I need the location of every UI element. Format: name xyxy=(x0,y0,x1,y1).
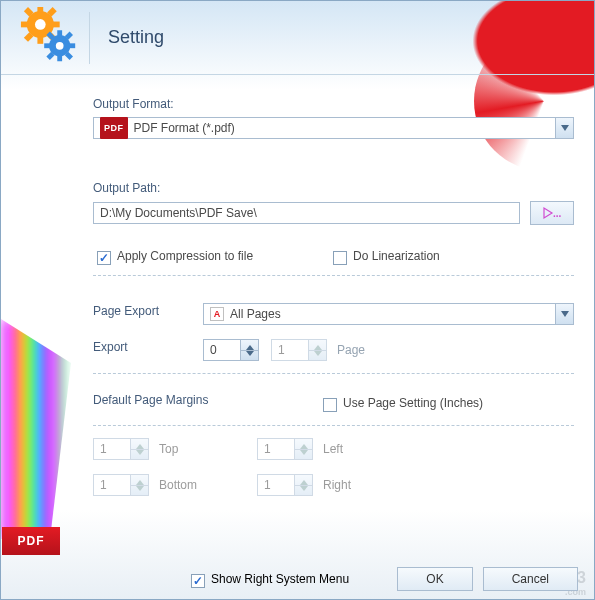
margin-top-value: 1 xyxy=(100,442,107,456)
spinner-buttons xyxy=(130,439,148,459)
margins-title: Default Page Margins xyxy=(93,393,323,407)
output-format-value: PDF Format (*.pdf) xyxy=(134,118,235,138)
show-right-menu-label: Show Right System Menu xyxy=(211,572,349,586)
margin-right-label: Right xyxy=(323,478,351,492)
output-path-input[interactable]: D:\My Documents\PDF Save\ xyxy=(93,202,520,224)
svg-rect-14 xyxy=(68,43,75,48)
margin-left-value: 1 xyxy=(264,442,271,456)
output-format-dropdown[interactable]: PDF PDF Format (*.pdf) xyxy=(93,117,574,139)
margin-right-spinner: 1 xyxy=(257,474,313,496)
margin-top-label: Top xyxy=(159,442,178,456)
page-title: Setting xyxy=(108,27,164,48)
output-format-label: Output Format: xyxy=(93,97,574,111)
output-path-label: Output Path: xyxy=(93,181,574,195)
svg-rect-1 xyxy=(37,7,43,13)
checkbox-icon xyxy=(333,251,347,265)
page-icon xyxy=(210,307,224,321)
svg-rect-3 xyxy=(21,21,29,27)
use-page-setting-label: Use Page Setting (Inches) xyxy=(343,396,483,410)
export-from-spinner[interactable]: 0 xyxy=(203,339,259,361)
gears-icon xyxy=(19,7,81,69)
apply-compression-label: Apply Compression to file xyxy=(117,249,253,263)
cancel-button[interactable]: Cancel xyxy=(483,567,578,591)
page-export-value: All Pages xyxy=(230,304,281,324)
page-export-dropdown[interactable]: All Pages xyxy=(203,303,574,325)
svg-rect-2 xyxy=(37,36,43,44)
export-from-value: 0 xyxy=(210,343,217,357)
checkbox-icon xyxy=(323,398,337,412)
svg-rect-12 xyxy=(57,54,62,61)
spinner-buttons xyxy=(294,439,312,459)
chevron-down-icon xyxy=(555,304,573,324)
margin-top-spinner: 1 xyxy=(93,438,149,460)
margin-left-label: Left xyxy=(323,442,343,456)
svg-point-19 xyxy=(56,41,64,49)
do-linearization-label: Do Linearization xyxy=(353,249,440,263)
use-page-setting-checkbox[interactable]: Use Page Setting (Inches) xyxy=(323,396,483,410)
export-label: Export xyxy=(93,340,203,354)
margin-left-spinner: 1 xyxy=(257,438,313,460)
svg-text:...: ... xyxy=(553,208,561,219)
show-right-menu-checkbox[interactable]: Show Right System Menu xyxy=(191,572,349,586)
margin-bottom-value: 1 xyxy=(100,478,107,492)
apply-compression-checkbox[interactable]: Apply Compression to file xyxy=(97,249,253,263)
export-to-spinner[interactable]: 1 xyxy=(271,339,327,361)
pdf-tag-icon: PDF xyxy=(100,117,128,139)
margin-bottom-label: Bottom xyxy=(159,478,197,492)
do-linearization-checkbox[interactable]: Do Linearization xyxy=(333,249,440,263)
margin-bottom-spinner: 1 xyxy=(93,474,149,496)
svg-rect-13 xyxy=(44,43,51,48)
margin-right-value: 1 xyxy=(264,478,271,492)
checkbox-icon xyxy=(97,251,111,265)
ok-button[interactable]: OK xyxy=(397,567,472,591)
svg-point-9 xyxy=(35,19,46,30)
spinner-buttons xyxy=(130,475,148,495)
svg-rect-4 xyxy=(52,21,60,27)
spinner-buttons xyxy=(294,475,312,495)
spinner-buttons xyxy=(308,340,326,360)
pdf-badge-decor: PDF xyxy=(2,527,60,555)
checkbox-icon xyxy=(191,574,205,588)
chevron-down-icon xyxy=(555,118,573,138)
footer: Show Right System Menu OK Cancel xyxy=(1,567,594,591)
svg-rect-11 xyxy=(57,30,62,37)
export-to-value: 1 xyxy=(278,343,285,357)
page-export-label: Page Export xyxy=(93,304,203,318)
browse-button[interactable]: ... xyxy=(530,201,574,225)
header: Setting xyxy=(1,1,594,75)
page-suffix-label: Page xyxy=(337,343,365,357)
spinner-buttons[interactable] xyxy=(240,340,258,360)
